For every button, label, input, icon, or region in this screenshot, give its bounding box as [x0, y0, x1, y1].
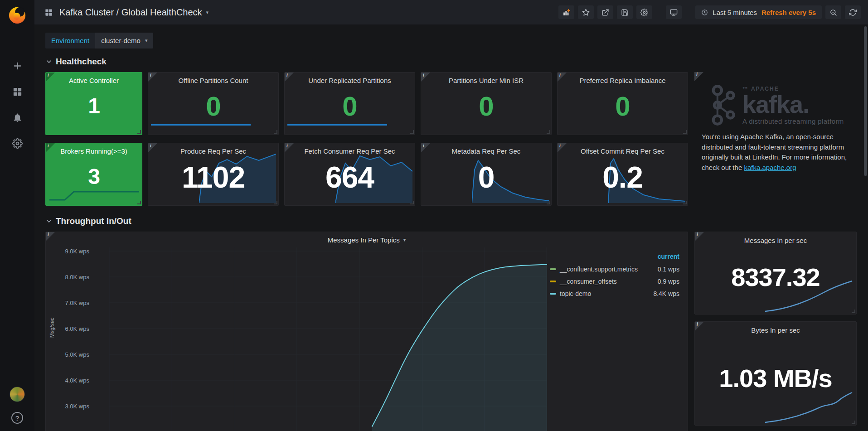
kafka-tagline: A distributed streaming platform: [742, 117, 844, 125]
cycle-view-tv-button[interactable]: [666, 5, 682, 19]
section-healthcheck[interactable]: Healthcheck: [45, 57, 857, 67]
series-name[interactable]: __consumer_offsets: [560, 278, 617, 285]
topic-demo-area: [372, 265, 547, 431]
user-avatar[interactable]: [10, 387, 25, 402]
legend-current-header[interactable]: current: [550, 253, 679, 260]
zoom-out-button[interactable]: [825, 5, 841, 19]
panel-active-controller: i Active Controller 1: [45, 72, 142, 135]
panel-title[interactable]: Offset Commit Req Per Sec: [558, 143, 688, 155]
series-name[interactable]: topic-demo: [560, 290, 591, 297]
dashboards-button[interactable]: [12, 87, 23, 97]
kafka-wordmark: kafka.: [742, 92, 844, 116]
panel-title[interactable]: Metadata Req Per Sec: [421, 143, 551, 155]
save-button[interactable]: [617, 5, 633, 19]
add-panel-button[interactable]: [558, 5, 574, 19]
panel-resize-handle[interactable]: [410, 201, 414, 204]
panel-title[interactable]: Offline Partitions Count: [148, 73, 278, 84]
panel-info-icon[interactable]: i: [695, 322, 704, 331]
panel-title[interactable]: Under Replicated Partitions: [285, 73, 415, 84]
alerting-bell-button[interactable]: [12, 112, 23, 123]
kafka-apache-link[interactable]: kafka.apache.org: [744, 164, 796, 171]
panel-resize-handle[interactable]: [274, 130, 277, 134]
stat-value: 0: [421, 160, 551, 194]
stat-value: 0: [421, 91, 551, 122]
series-name[interactable]: __confluent.support.metrics: [560, 266, 638, 273]
panel-resize-handle[interactable]: [137, 130, 141, 134]
stat-value: 0: [148, 91, 278, 122]
chevron-down-icon: [45, 218, 53, 225]
panel-info-icon[interactable]: i: [46, 73, 55, 82]
chevron-down-icon: ▾: [206, 10, 209, 15]
sparkline: [151, 124, 251, 126]
legend-row: __consumer_offsets 0.9 wps: [550, 275, 679, 287]
panel-info-icon[interactable]: i: [148, 73, 157, 82]
share-button[interactable]: [597, 5, 613, 19]
configuration-gear-button[interactable]: [12, 138, 23, 149]
create-button[interactable]: [12, 61, 23, 71]
y-axis: Msg/sec 9.0K wps 8.0K wps 7.0K wps 6.0K …: [46, 247, 109, 431]
refresh-interval-label[interactable]: Refresh every 5s: [761, 9, 816, 16]
panel-info-icon[interactable]: i: [285, 143, 294, 152]
sidebar: ?: [0, 0, 34, 431]
dashboard-navbar: Kafka Cluster / Global HealthCheck ▾: [34, 0, 868, 24]
sidebar-bottom: ?: [10, 387, 25, 431]
panel-title[interactable]: Active Controller: [46, 73, 142, 84]
panel-info-icon[interactable]: i: [421, 73, 430, 82]
panel-title[interactable]: Messages In Per Topics ▾: [46, 232, 688, 247]
time-picker[interactable]: Last 5 minutes Refresh every 5s: [695, 5, 822, 19]
section-throughput[interactable]: Throughput In/Out: [45, 216, 857, 226]
kafka-logo: ™ APACHE kafka. A distributed streaming …: [703, 84, 849, 126]
panel-resize-handle[interactable]: [137, 201, 141, 204]
panel-title[interactable]: Preferred Replica Imbalance: [558, 73, 688, 84]
panel-fetch-consumer-req: i Fetch Consumer Req Per Sec 664: [284, 143, 415, 206]
panel-title[interactable]: Messages In per sec: [695, 232, 856, 244]
panel-info-icon[interactable]: i: [46, 143, 55, 152]
chart-title-text: Messages In Per Topics: [328, 236, 400, 244]
panel-title[interactable]: Partitions Under Min ISR: [421, 73, 551, 84]
panel-info-icon[interactable]: i: [285, 73, 294, 82]
grafana-logo-icon[interactable]: [8, 5, 27, 24]
stat-value: 664: [285, 160, 415, 194]
panel-resize-handle[interactable]: [683, 130, 687, 134]
panel-info-icon[interactable]: i: [695, 232, 704, 241]
chart-plot-area[interactable]: [109, 247, 547, 431]
panel-brokers-running: i Brokers Running(>=3) 3: [45, 143, 142, 206]
panel-resize-handle[interactable]: [683, 201, 687, 204]
series-current-value: 0.9 wps: [658, 278, 679, 285]
panel-info-icon[interactable]: i: [421, 143, 430, 152]
panel-title[interactable]: Brokers Running(>=3): [46, 143, 142, 155]
page-scrollbar: [864, 26, 867, 176]
legend-row: topic-demo 8.4K wps: [550, 287, 679, 300]
panel-title[interactable]: Bytes In per sec: [695, 322, 856, 334]
chevron-down-icon: ▾: [403, 237, 406, 243]
variable-value-dropdown[interactable]: cluster-demo ▾: [95, 33, 153, 48]
panel-info-icon[interactable]: i: [46, 232, 55, 241]
dashboard-title[interactable]: Kafka Cluster / Global HealthCheck ▾: [59, 7, 209, 18]
sidebar-nav: [12, 61, 23, 149]
panel-resize-handle[interactable]: [274, 201, 277, 204]
scrollbar-thumb[interactable]: [864, 26, 867, 176]
dashboard-settings-button[interactable]: [636, 5, 652, 19]
star-button[interactable]: [578, 5, 594, 19]
panel-resize-handle[interactable]: [852, 421, 855, 424]
sparkline: [763, 391, 854, 423]
stat-value: 0: [558, 91, 688, 122]
refresh-button[interactable]: [845, 5, 861, 19]
panel-info-icon[interactable]: i: [694, 72, 703, 81]
help-button[interactable]: ?: [11, 412, 23, 424]
panel-resize-handle[interactable]: [852, 310, 855, 313]
chevron-down-icon: [45, 58, 53, 65]
panel-info-icon[interactable]: i: [558, 143, 567, 152]
panel-produce-req: i Produce Req Per Sec 1102: [148, 143, 279, 206]
dashboard-grid-icon[interactable]: [44, 8, 53, 17]
series-color-dash: [550, 281, 556, 282]
panel-resize-handle[interactable]: [410, 130, 414, 134]
panel-resize-handle[interactable]: [547, 130, 550, 134]
panel-info-icon[interactable]: i: [558, 73, 567, 82]
panel-info-icon[interactable]: i: [148, 143, 157, 152]
stat-value: 0: [285, 91, 415, 122]
panel-resize-handle[interactable]: [547, 201, 550, 204]
panel-title[interactable]: Fetch Consumer Req Per Sec: [285, 143, 415, 155]
panel-title[interactable]: Produce Req Per Sec: [148, 143, 278, 155]
panel-messages-in-per-sec: i Messages In per sec 8337.32: [694, 232, 857, 315]
